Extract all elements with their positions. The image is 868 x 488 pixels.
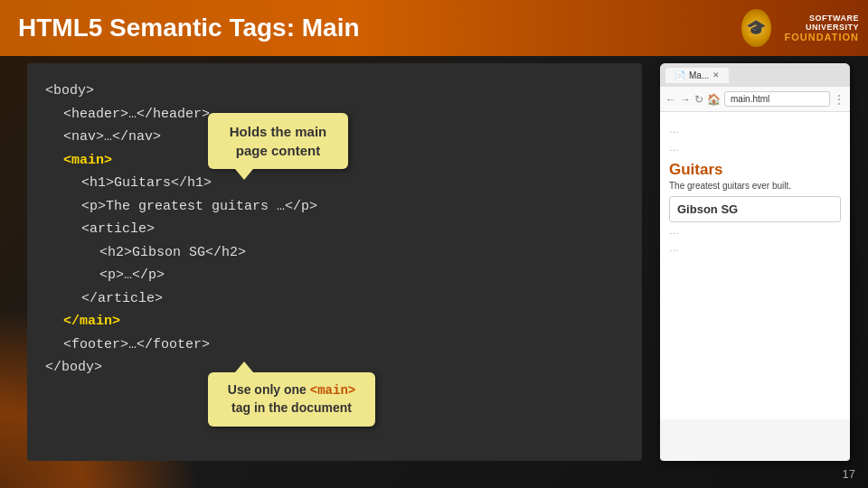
logo-area: 🎓 SOFTWARE UNIVERSITY FOUNDATION — [741, 5, 859, 51]
browser-dots-1: … — [669, 121, 841, 139]
header-bar: HTML5 Semantic Tags: Main — [0, 0, 868, 56]
back-icon[interactable]: ← — [665, 93, 676, 106]
content-area: <body> <header>…</header> <nav>…</nav> <… — [27, 63, 850, 461]
slide-title: HTML5 Semantic Tags: Main — [18, 14, 360, 42]
refresh-icon[interactable]: ↻ — [694, 93, 703, 106]
callout-code-tag: <main> — [310, 383, 355, 398]
browser-page-title: Guitars — [669, 161, 841, 179]
slide-number: 17 — [843, 467, 855, 481]
browser-dots-3: … — [669, 222, 841, 240]
logo-top: SOFTWARE UNIVERSITY — [777, 14, 859, 32]
code-line-5: <p>The greatest guitars …</p> — [45, 195, 624, 219]
code-line-9: </article> — [45, 287, 624, 311]
browser-tab-bar: 📄 Ma... ✕ — [660, 63, 850, 87]
callout-top: Holds the main page content — [208, 113, 348, 169]
browser-page-subtitle: The greatest guitars ever built. — [669, 181, 841, 191]
code-line-7: <h2>Gibson SG</h2> — [45, 241, 624, 265]
logo-text: SOFTWARE UNIVERSITY FOUNDATION — [777, 14, 859, 42]
logo-bottom: FOUNDATION — [777, 32, 859, 42]
address-box[interactable]: main.html — [724, 91, 830, 107]
browser-section-box: Gibson SG — [669, 196, 841, 222]
forward-icon[interactable]: → — [680, 93, 691, 106]
tab-close-icon: ✕ — [712, 70, 720, 80]
code-line-6: <article> — [45, 218, 624, 241]
logo-icon: 🎓 — [741, 9, 771, 47]
browser-section-heading: Gibson SG — [677, 202, 833, 216]
code-line-4: <h1>Guitars</h1> — [45, 172, 624, 195]
code-line-10: </main> — [45, 310, 624, 333]
browser-address-bar: ← → ↻ 🏠 main.html ⋮ — [660, 87, 850, 112]
browser-tab: 📄 Ma... ✕ — [665, 68, 729, 83]
browser-body: … … Guitars The greatest guitars ever bu… — [660, 112, 850, 419]
home-icon[interactable]: 🏠 — [707, 93, 721, 106]
tab-label: Ma... — [689, 70, 709, 80]
tab-icon: 📄 — [675, 70, 685, 80]
callout-top-text: Holds the main page content — [230, 124, 327, 158]
code-line-0: <body> — [45, 80, 624, 103]
browser-dots-2: … — [669, 139, 841, 157]
code-line-8: <p>…</p> — [45, 264, 624, 287]
slide: HTML5 Semantic Tags: Main 🎓 SOFTWARE UNI… — [0, 0, 868, 488]
menu-icon[interactable]: ⋮ — [834, 93, 844, 106]
code-panel: <body> <header>…</header> <nav>…</nav> <… — [27, 63, 642, 461]
callout-bottom-text: Use only one <main> tag in the document — [228, 382, 355, 416]
callout-bottom: Use only one <main> tag in the document — [208, 372, 375, 427]
browser-mockup: 📄 Ma... ✕ ← → ↻ 🏠 main.html ⋮ … … Guitar… — [660, 63, 850, 461]
browser-dots-4: … — [669, 239, 841, 258]
code-line-11: <footer>…</footer> — [45, 333, 624, 357]
